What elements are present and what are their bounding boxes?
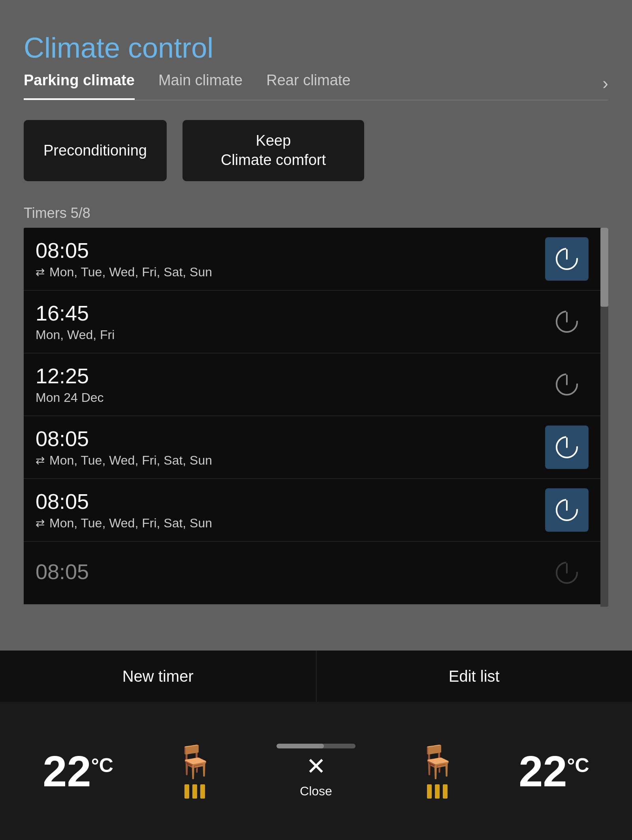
timers-count-label: Timers 5/8: [24, 205, 608, 221]
keep-climate-button[interactable]: KeepKeep Climate comfortClimate comfort: [182, 120, 364, 181]
timer-days: ⇄ Mon, Tue, Wed, Fri, Sat, Sun: [36, 516, 545, 531]
list-item[interactable]: 12:25 Mon 24 Dec: [24, 353, 600, 416]
timer-time: 08:05: [36, 238, 545, 262]
power-button[interactable]: [545, 237, 589, 281]
heat-bar: [435, 784, 440, 799]
progress-fill: [276, 744, 324, 748]
seat-icon-left: 🪑: [175, 743, 214, 780]
list-item[interactable]: 08:05 ⇄ Mon, Tue, Wed, Fri, Sat, Sun: [24, 479, 600, 542]
close-icon[interactable]: ✕: [306, 752, 326, 780]
repeat-icon: ⇄: [36, 266, 45, 279]
list-item[interactable]: 08:05 ⇄ Mon, Tue, Wed, Fri, Sat, Sun: [24, 228, 600, 291]
preconditioning-button[interactable]: Preconditioning: [24, 120, 167, 181]
timer-time: 12:25: [36, 364, 545, 388]
tab-main[interactable]: Main climate: [158, 72, 243, 94]
timer-info: 08:05 ⇄ Mon, Tue, Wed, Fri, Sat, Sun: [36, 238, 545, 279]
temp-right-display: 22 °C: [519, 746, 589, 796]
timers-list: 08:05 ⇄ Mon, Tue, Wed, Fri, Sat, Sun 1: [24, 228, 600, 604]
repeat-icon: ⇄: [36, 454, 45, 467]
seat-heat-left[interactable]: 🪑: [175, 743, 214, 799]
action-buttons: Preconditioning KeepKeep Climate comfort…: [24, 120, 608, 181]
repeat-icon: ⇄: [36, 517, 45, 530]
power-button[interactable]: [545, 488, 589, 532]
power-button[interactable]: [545, 426, 589, 469]
close-button-group[interactable]: ✕ Close: [276, 744, 356, 799]
timer-time: 08:05: [36, 489, 545, 514]
temp-left-unit: °C: [91, 754, 113, 777]
heat-bar: [443, 784, 448, 799]
heat-bars-right: [427, 784, 448, 799]
timer-info: 16:45 Mon, Wed, Fri: [36, 301, 545, 342]
timer-days: Mon 24 Dec: [36, 390, 545, 405]
list-item[interactable]: 08:05 ⇄ Mon, Tue, Wed, Fri, Sat, Sun: [24, 416, 600, 479]
tab-rear[interactable]: Rear climate: [266, 72, 350, 94]
timer-time: 08:05: [36, 559, 545, 584]
tab-parking[interactable]: Parking climate: [24, 72, 135, 94]
heat-bar: [184, 784, 189, 799]
timer-info: 08:05 ⇄ Mon, Tue, Wed, Fri, Sat, Sun: [36, 489, 545, 531]
heat-bar: [427, 784, 432, 799]
temp-right-unit: °C: [567, 754, 589, 777]
close-label: Close: [300, 784, 332, 799]
temp-right-value: 22: [519, 746, 567, 796]
heat-bar: [192, 784, 197, 799]
list-item[interactable]: 08:05: [24, 542, 600, 604]
timer-time: 08:05: [36, 426, 545, 451]
list-item[interactable]: 16:45 Mon, Wed, Fri: [24, 291, 600, 353]
main-content: Climate control Parking climate Main cli…: [0, 0, 632, 671]
heat-bars-left: [184, 784, 205, 799]
timer-days: ⇄ Mon, Tue, Wed, Fri, Sat, Sun: [36, 265, 545, 279]
power-button[interactable]: [545, 363, 589, 406]
temp-left-display: 22 °C: [43, 746, 113, 796]
timer-time: 16:45: [36, 301, 545, 325]
timer-info: 08:05 ⇄ Mon, Tue, Wed, Fri, Sat, Sun: [36, 426, 545, 468]
heat-bar: [200, 784, 205, 799]
new-timer-button[interactable]: New timer: [0, 651, 316, 702]
seat-heat-right[interactable]: 🪑: [418, 743, 457, 799]
status-bar: 22 °C 🪑 ✕ Close 🪑 22 °C: [0, 702, 632, 840]
chevron-right-icon[interactable]: ›: [602, 73, 608, 93]
timer-days: ⇄ Mon, Tue, Wed, Fri, Sat, Sun: [36, 453, 545, 468]
timer-info: 08:05: [36, 559, 545, 586]
power-button[interactable]: [545, 551, 589, 594]
tabs-row: Parking climate Main climate Rear climat…: [24, 72, 608, 100]
timers-list-container: 08:05 ⇄ Mon, Tue, Wed, Fri, Sat, Sun 1: [24, 228, 608, 607]
timer-info: 12:25 Mon 24 Dec: [36, 364, 545, 405]
edit-list-button[interactable]: Edit list: [316, 651, 632, 702]
scrollbar-thumb[interactable]: [600, 228, 608, 307]
temp-left-value: 22: [43, 746, 91, 796]
progress-bar: [276, 744, 356, 748]
bottom-action-bar: New timer Edit list: [0, 651, 632, 702]
scrollbar[interactable]: [600, 228, 608, 607]
seat-icon-right: 🪑: [418, 743, 457, 780]
page-title: Climate control: [24, 32, 608, 64]
power-button[interactable]: [545, 300, 589, 343]
timer-days: Mon, Wed, Fri: [36, 328, 545, 342]
